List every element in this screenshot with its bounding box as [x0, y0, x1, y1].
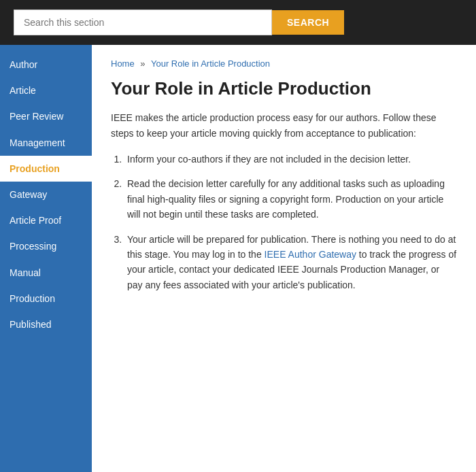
- sidebar-item-production2[interactable]: Production: [0, 286, 92, 311]
- page-title: Your Role in Article Production: [111, 78, 457, 99]
- sidebar-item-gateway[interactable]: Gateway: [0, 182, 92, 207]
- main-layout: Author Article Peer Review Management Pr…: [0, 45, 476, 472]
- content-area: Home » Your Role in Article Production Y…: [92, 45, 476, 472]
- step-1: Inform your co-authors if they are not i…: [124, 152, 457, 167]
- sidebar-item-production[interactable]: Production: [0, 156, 92, 182]
- search-button[interactable]: SEARCH: [272, 10, 344, 35]
- breadcrumb: Home » Your Role in Article Production: [111, 58, 457, 69]
- search-input[interactable]: [14, 10, 272, 35]
- breadcrumb-current: Your Role in Article Production: [151, 58, 270, 69]
- sidebar-item-article[interactable]: Article: [0, 78, 92, 103]
- sidebar-item-author[interactable]: Author: [0, 52, 92, 78]
- sidebar-item-management[interactable]: Management: [0, 130, 92, 156]
- intro-text: IEEE makes the article production proces…: [111, 110, 457, 141]
- sidebar-item-manual[interactable]: Manual: [0, 260, 92, 286]
- steps-list: Inform your co-authors if they are not i…: [111, 152, 457, 292]
- ieee-author-gateway-link[interactable]: IEEE Author Gateway: [265, 249, 356, 260]
- breadcrumb-home-link[interactable]: Home: [111, 58, 135, 69]
- sidebar-item-article-proof[interactable]: Article Proof: [0, 207, 92, 233]
- sidebar-item-processing[interactable]: Processing: [0, 233, 92, 259]
- top-bar: SEARCH: [0, 0, 476, 45]
- step-3: Your article will be prepared for public…: [124, 232, 457, 293]
- step-2: Read the decision letter carefully for a…: [124, 176, 457, 222]
- sidebar-item-peer-review[interactable]: Peer Review: [0, 103, 92, 129]
- breadcrumb-separator: »: [140, 58, 145, 69]
- sidebar: Author Article Peer Review Management Pr…: [0, 45, 92, 472]
- sidebar-item-published[interactable]: Published: [0, 311, 92, 337]
